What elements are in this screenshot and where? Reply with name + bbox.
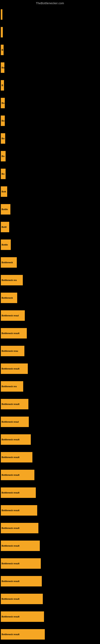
bar-11: Bott [1, 186, 7, 197]
bar-label-24: Bottleneck resul [1, 420, 19, 423]
bar-row-7: Bo [0, 112, 100, 130]
bar-8: Bo [1, 133, 5, 144]
bar-14: Bottle [1, 240, 11, 250]
bar-row-13: Bottl [0, 218, 100, 236]
bar-row-34: Bottleneck result [0, 590, 100, 608]
bar-row-2 [0, 23, 100, 41]
bar-row-24: Bottleneck resul [0, 413, 100, 431]
bar-label-14: Bottle [1, 244, 8, 246]
bar-label-17: Bottleneck [1, 297, 13, 299]
bar-28: Bottleneck result [1, 488, 36, 498]
bar-4: Bo [1, 62, 4, 73]
bar-row-25: Bottleneck result [0, 431, 100, 448]
bar-row-4: Bo [0, 59, 100, 76]
bar-12: Bottle [1, 204, 10, 214]
bar-label-31: Bottleneck result [1, 544, 19, 547]
bar-label-26: Bottleneck result [1, 456, 19, 458]
bar-label-10: Bo [1, 173, 4, 175]
bar-21: Bottleneck result [1, 364, 28, 374]
bar-row-22: Bottleneck res [0, 378, 100, 395]
bar-row-1 [0, 6, 100, 23]
bar-16: Bottleneck res [1, 275, 23, 285]
bar-row-9: Bo [0, 147, 100, 165]
bar-label-8: Bo [1, 137, 4, 140]
bar-label-30: Bottleneck result [1, 527, 19, 529]
bar-row-30: Bottleneck result [0, 519, 100, 537]
bar-row-18: Bottleneck resul [0, 307, 100, 324]
bar-label-22: Bottleneck res [1, 385, 17, 388]
bar-15: Bottleneck [1, 257, 17, 268]
bar-row-5: B [0, 76, 100, 94]
bar-24: Bottleneck resul [1, 416, 29, 427]
bar-label-35: Bottleneck result [1, 616, 19, 618]
bar-row-14: Bottle [0, 236, 100, 254]
bar-label-20: Bottleneck resu [1, 350, 18, 352]
bar-label-3: B [1, 49, 3, 51]
bar-13: Bottl [1, 222, 9, 232]
bar-36: Bottleneck result [1, 629, 45, 640]
bar-label-36: Bottleneck result [1, 633, 19, 636]
bar-row-36: Bottleneck result [0, 626, 100, 643]
bar-6: Bo [1, 98, 5, 108]
bar-row-20: Bottleneck resu [0, 342, 100, 360]
bar-label-32: Bottleneck result [1, 562, 19, 565]
bar-20: Bottleneck resu [1, 346, 24, 356]
bar-30: Bottleneck result [1, 523, 38, 533]
bar-label-12: Bottle [1, 208, 8, 210]
bar-row-6: Bo [0, 94, 100, 112]
bar-row-31: Bottleneck result [0, 537, 100, 555]
bar-label-23: Bottleneck result [1, 403, 19, 405]
bar-row-17: Bottleneck [0, 289, 100, 307]
bar-label-19: Bottleneck result [1, 332, 19, 334]
bar-row-11: Bott [0, 183, 100, 200]
bar-label-11: Bott [1, 190, 6, 193]
bar-row-21: Bottleneck result [0, 360, 100, 378]
bar-row-12: Bottle [0, 200, 100, 218]
bar-row-33: Bottleneck result [0, 572, 100, 590]
bar-label-16: Bottleneck res [1, 279, 17, 281]
bar-label-27: Bottleneck result [1, 474, 19, 476]
bar-label-28: Bottleneck result [1, 492, 19, 494]
bar-label-9: Bo [1, 155, 4, 158]
bar-label-4: Bo [1, 66, 4, 69]
bar-17: Bottleneck [1, 292, 17, 303]
bar-23: Bottleneck result [1, 399, 28, 409]
bar-label-29: Bottleneck result [1, 509, 19, 512]
bar-label-33: Bottleneck result [1, 580, 19, 582]
bar-5: B [1, 80, 4, 90]
bar-row-8: Bo [0, 130, 100, 147]
bar-34: Bottleneck result [1, 594, 43, 604]
bar-label-6: Bo [1, 102, 4, 104]
bar-label-34: Bottleneck result [1, 598, 19, 600]
bars-container: BBoBBoBoBoBoBoBottBottleBottlBottleBottl… [0, 6, 100, 643]
bar-row-32: Bottleneck result [0, 555, 100, 572]
bar-18: Bottleneck resul [1, 310, 25, 321]
bar-31: Bottleneck result [1, 540, 40, 551]
bar-19: Bottleneck result [1, 328, 27, 338]
bar-row-23: Bottleneck result [0, 395, 100, 413]
bar-label-5: B [1, 84, 3, 86]
bar-9: Bo [1, 151, 6, 162]
bar-row-27: Bottleneck result [0, 466, 100, 484]
bar-row-29: Bottleneck result [0, 502, 100, 519]
bar-row-15: Bottleneck [0, 254, 100, 271]
bar-label-7: Bo [1, 120, 4, 122]
bar-22: Bottleneck res [1, 381, 23, 392]
bar-row-35: Bottleneck result [0, 608, 100, 626]
bar-label-13: Bottl [1, 226, 7, 228]
bar-35: Bottleneck result [1, 612, 44, 622]
site-title: TheBottlenecker.com [0, 0, 100, 6]
bar-7: Bo [1, 116, 5, 126]
bar-29: Bottleneck result [1, 505, 37, 516]
bar-label-21: Bottleneck result [1, 368, 19, 370]
bar-33: Bottleneck result [1, 576, 42, 586]
bar-label-15: Bottleneck [1, 261, 13, 264]
bar-27: Bottleneck result [1, 470, 34, 480]
bar-26: Bottleneck result [1, 452, 32, 462]
bar-row-28: Bottleneck result [0, 484, 100, 502]
bar-label-18: Bottleneck resul [1, 314, 19, 317]
bar-row-16: Bottleneck res [0, 271, 100, 289]
bar-3: B [1, 45, 3, 55]
bar-25: Bottleneck result [1, 434, 31, 445]
bar-2 [1, 27, 3, 38]
